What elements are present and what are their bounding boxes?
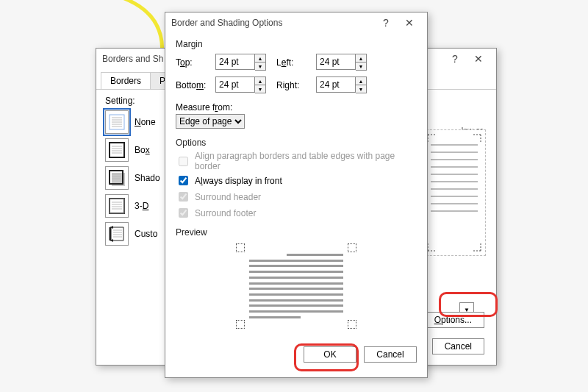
left-spinner[interactable]: ▲▼ bbox=[316, 54, 367, 71]
spin-up-icon[interactable]: ▲ bbox=[255, 77, 265, 85]
front-title: Border and Shading Options bbox=[171, 18, 282, 28]
setting-box-label[interactable]: Box bbox=[135, 145, 150, 155]
svg-rect-16 bbox=[110, 199, 124, 213]
front-cancel-button[interactable]: Cancel bbox=[364, 346, 417, 363]
check-surround-header: Surround header bbox=[176, 190, 417, 204]
check-align-borders: Align paragraph borders and table edges … bbox=[176, 151, 417, 171]
spin-up-icon[interactable]: ▲ bbox=[356, 77, 366, 85]
spin-up-icon[interactable]: ▲ bbox=[356, 54, 366, 62]
bottom-label: Bottom: bbox=[176, 80, 211, 90]
margin-group-label: Margin bbox=[176, 39, 417, 49]
setting-shadow-icon[interactable] bbox=[105, 166, 129, 190]
setting-3d-icon[interactable] bbox=[105, 194, 129, 218]
spin-down-icon[interactable]: ▼ bbox=[255, 62, 265, 70]
svg-rect-6 bbox=[110, 143, 124, 157]
options-button[interactable]: OOptions...ptions... bbox=[422, 312, 484, 328]
help-icon[interactable]: ? bbox=[374, 17, 398, 29]
left-label: Left: bbox=[276, 57, 312, 68]
check-surround-footer-label: Surround footer bbox=[195, 208, 256, 218]
back-cancel-button[interactable]: Cancel bbox=[432, 338, 484, 354]
check-surround-footer: Surround footer bbox=[176, 206, 417, 220]
spin-up-icon[interactable]: ▲ bbox=[255, 54, 265, 62]
front-titlebar: Border and Shading Options ? ✕ bbox=[165, 13, 427, 33]
measure-from-select[interactable]: Edge of page bbox=[176, 114, 245, 129]
right-spinner[interactable]: ▲▼ bbox=[316, 76, 367, 93]
setting-custom-icon[interactable] bbox=[105, 222, 129, 246]
close-icon[interactable]: ✕ bbox=[398, 17, 421, 29]
preview-box bbox=[234, 242, 358, 330]
spin-down-icon[interactable]: ▼ bbox=[356, 85, 366, 93]
bottom-spinner[interactable]: ▲▼ bbox=[215, 76, 266, 93]
back-title: Borders and Sh bbox=[102, 54, 163, 64]
top-spinner[interactable]: ▲▼ bbox=[215, 54, 266, 71]
border-shading-options-dialog: Border and Shading Options ? ✕ Margin To… bbox=[165, 12, 428, 378]
left-input[interactable] bbox=[316, 54, 356, 70]
setting-shadow-label[interactable]: Shado bbox=[135, 173, 160, 183]
check-surround-header-label: Surround header bbox=[195, 192, 261, 202]
help-icon[interactable]: ? bbox=[443, 53, 467, 65]
svg-rect-12 bbox=[112, 173, 125, 186]
setting-3d-label[interactable]: 3-D bbox=[135, 201, 148, 211]
check-always-front-label: Always display in front bbox=[195, 176, 282, 186]
svg-rect-17 bbox=[110, 199, 124, 213]
bottom-input[interactable] bbox=[215, 76, 255, 93]
measure-from-label: Measure from: bbox=[176, 102, 417, 113]
check-align-label: Align paragraph borders and table edges … bbox=[195, 151, 417, 171]
setting-box-icon[interactable] bbox=[105, 138, 129, 162]
right-input[interactable] bbox=[316, 76, 356, 93]
ok-button[interactable]: OK bbox=[304, 346, 356, 363]
close-icon[interactable]: ✕ bbox=[467, 53, 490, 65]
spin-down-icon[interactable]: ▼ bbox=[356, 62, 366, 70]
preview-label: Preview bbox=[176, 227, 417, 238]
setting-none-icon[interactable] bbox=[105, 110, 129, 134]
options-group-label: Options bbox=[176, 138, 417, 148]
spin-down-icon[interactable]: ▼ bbox=[255, 85, 265, 93]
top-input[interactable] bbox=[215, 54, 255, 70]
top-label: Top: bbox=[176, 57, 211, 68]
setting-none-label[interactable]: NNoneone bbox=[135, 117, 156, 127]
check-always-front[interactable]: Always display in front bbox=[176, 174, 417, 188]
back-preview-pane bbox=[423, 129, 486, 256]
setting-custom-label[interactable]: Custo bbox=[135, 229, 157, 239]
tab-borders[interactable]: Borders bbox=[101, 72, 151, 89]
right-label: Right: bbox=[276, 80, 312, 90]
